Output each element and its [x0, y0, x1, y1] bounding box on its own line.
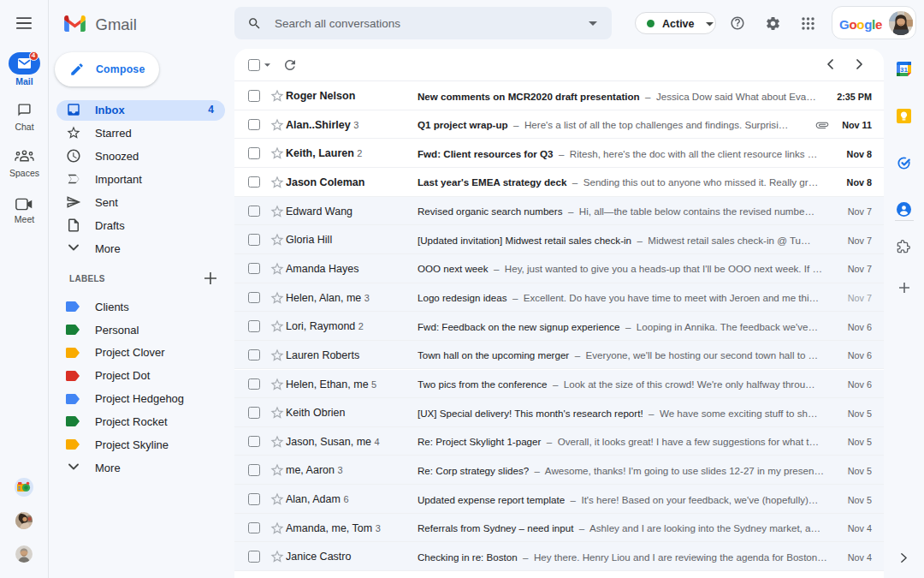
- svg-text:31: 31: [900, 66, 908, 74]
